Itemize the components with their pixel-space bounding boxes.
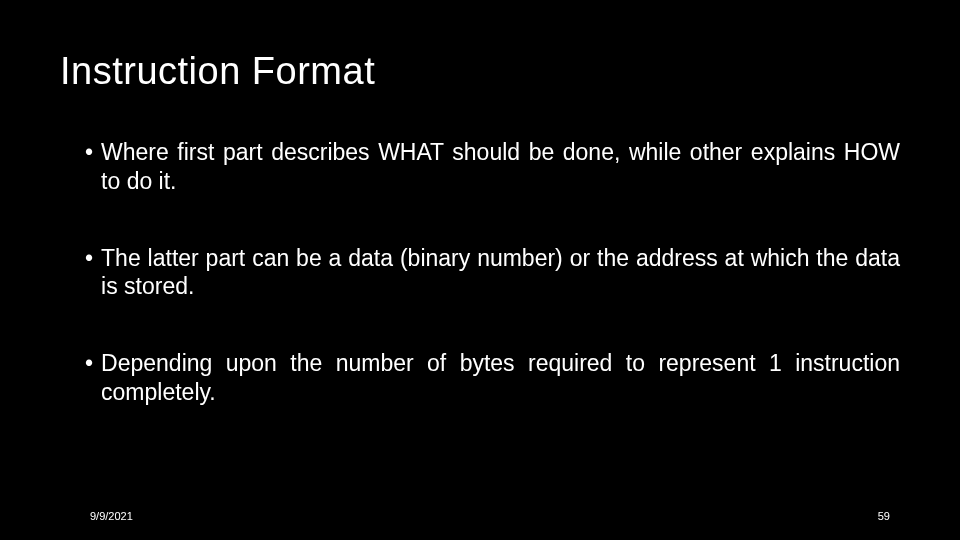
slide-footer: 9/9/2021 59	[0, 510, 960, 522]
bullet-item: • Depending upon the number of bytes req…	[85, 349, 900, 407]
slide-container: Instruction Format • Where first part de…	[0, 0, 960, 540]
bullet-text: Depending upon the number of bytes requi…	[101, 349, 900, 407]
bullet-marker-icon: •	[85, 244, 101, 302]
slide-content: • Where first part describes WHAT should…	[60, 138, 900, 407]
bullet-marker-icon: •	[85, 138, 101, 196]
bullet-marker-icon: •	[85, 349, 101, 407]
bullet-text: Where first part describes WHAT should b…	[101, 138, 900, 196]
bullet-item: • Where first part describes WHAT should…	[85, 138, 900, 196]
bullet-item: • The latter part can be a data (binary …	[85, 244, 900, 302]
slide-title: Instruction Format	[60, 50, 900, 93]
bullet-text: The latter part can be a data (binary nu…	[101, 244, 900, 302]
footer-page-number: 59	[878, 510, 890, 522]
footer-date: 9/9/2021	[90, 510, 133, 522]
